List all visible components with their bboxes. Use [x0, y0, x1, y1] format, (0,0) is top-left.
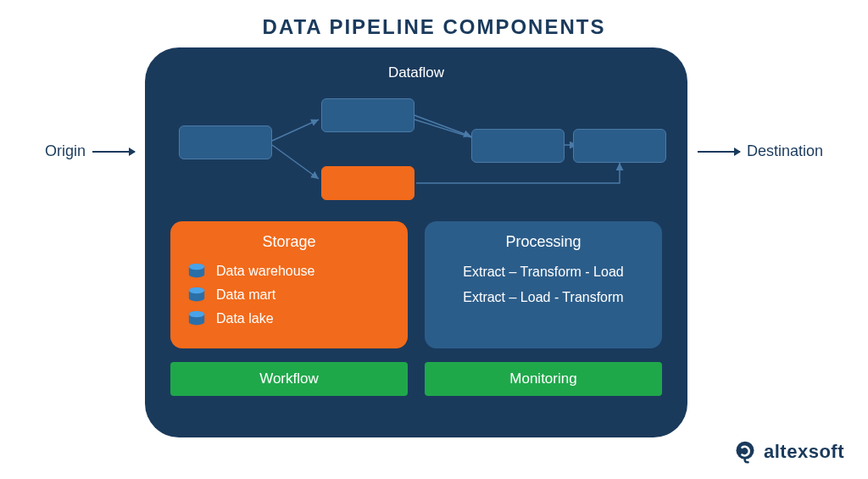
origin-label-group: Origin	[45, 142, 135, 160]
database-icon	[187, 263, 206, 280]
storage-item-mart: Data mart	[187, 283, 391, 307]
svg-point-6	[189, 264, 204, 270]
processing-line-etl: Extract – Transform - Load	[442, 259, 645, 285]
svg-line-2	[415, 115, 471, 136]
workflow-bar: Workflow	[170, 362, 408, 396]
storage-title: Storage	[187, 233, 391, 251]
svg-line-1	[272, 145, 319, 179]
flow-node-3-orange	[321, 166, 415, 200]
database-icon	[187, 310, 206, 327]
destination-arrow-icon	[698, 151, 740, 153]
database-icon	[187, 287, 206, 304]
processing-line-elt: Extract – Load - Transform	[442, 285, 645, 310]
monitoring-bar: Monitoring	[425, 362, 662, 396]
svg-point-8	[189, 287, 204, 293]
destination-label-group: Destination	[698, 142, 823, 160]
origin-text: Origin	[45, 142, 86, 160]
svg-point-10	[189, 311, 204, 317]
storage-item-label: Data mart	[216, 287, 275, 303]
flow-node-4	[471, 129, 565, 163]
processing-card: Processing Extract – Transform - Load Ex…	[425, 221, 662, 348]
flow-node-2	[321, 98, 415, 132]
storage-item-label: Data lake	[216, 311, 274, 326]
bottom-bars: Workflow Monitoring	[170, 362, 662, 396]
dataflow-area	[170, 90, 662, 217]
brand-mark-icon	[733, 440, 757, 464]
storage-card: Storage Data warehouse Data mart	[170, 221, 408, 348]
main-panel: Dataflow Sto	[145, 47, 687, 437]
dataflow-label: Dataflow	[170, 64, 662, 81]
storage-item-lake: Data lake	[187, 307, 391, 331]
brand-logo: altexsoft	[733, 440, 844, 464]
svg-line-0	[272, 120, 319, 141]
storage-item-label: Data warehouse	[216, 264, 315, 279]
flow-node-5	[573, 129, 666, 163]
diagram-layout: Origin Dataflow	[0, 47, 868, 437]
cards-row: Storage Data warehouse Data mart	[170, 221, 662, 348]
flow-node-1	[179, 125, 272, 159]
storage-item-warehouse: Data warehouse	[187, 259, 391, 283]
origin-arrow-icon	[92, 151, 135, 153]
processing-title: Processing	[442, 233, 645, 251]
brand-text: altexsoft	[764, 441, 844, 463]
destination-text: Destination	[747, 142, 823, 160]
diagram-title: DATA PIPELINE COMPONENTS	[0, 0, 868, 39]
storage-list: Data warehouse Data mart Data lake	[187, 259, 391, 331]
